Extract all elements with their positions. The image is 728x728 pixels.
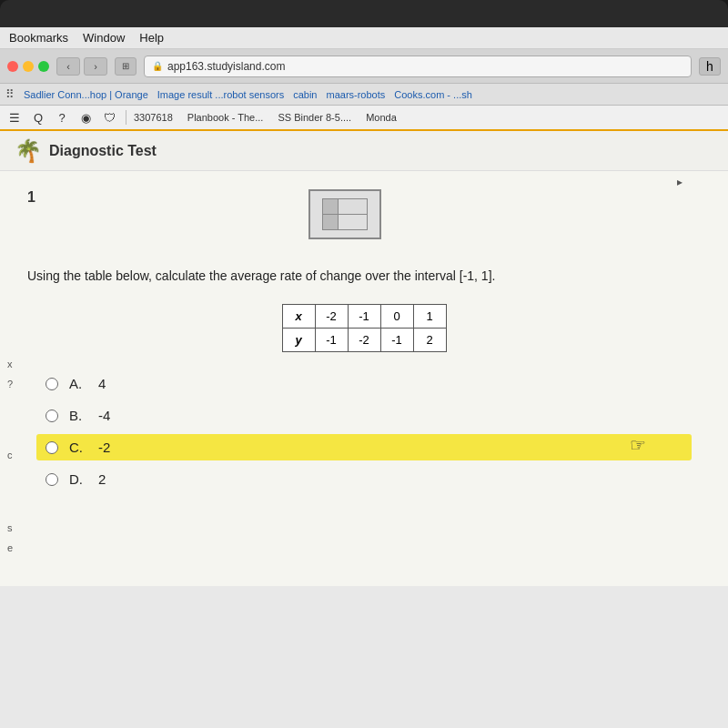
- tab-planbook[interactable]: Planbook - The...: [187, 112, 264, 123]
- cursor-hand-icon: ☞: [630, 434, 646, 456]
- si-logo: 🌴 Diagnostic Test: [15, 138, 157, 164]
- toolbar-icons: ☰ Q ? ◉ 🛡: [5, 108, 118, 126]
- screen: Bookmarks Window Help ‹ › ⊞ 🔒 app163.stu…: [0, 27, 728, 728]
- side-mark-x: x: [7, 359, 13, 369]
- traffic-lights: [7, 61, 49, 72]
- radio-c[interactable]: [46, 441, 58, 454]
- table-data-row: y -1 -2 -1 2: [282, 329, 446, 352]
- shield-icon[interactable]: 🛡: [100, 108, 118, 126]
- laptop-bezel: [0, 0, 728, 27]
- side-mark-c: c: [7, 450, 13, 460]
- search-icon[interactable]: Q: [29, 108, 47, 126]
- side-mark-s: s: [7, 522, 13, 533]
- choice-d[interactable]: D. 2: [36, 466, 692, 492]
- tab-ss-binder[interactable]: SS Binder 8-5....: [278, 112, 351, 123]
- table-cell-x-neg1: -1: [348, 305, 380, 329]
- radio-a[interactable]: [46, 378, 58, 390]
- bookmark-4[interactable]: Cooks.com - ...sh: [394, 89, 472, 100]
- menu-window[interactable]: Window: [83, 31, 125, 45]
- bookmark-3[interactable]: maars-robots: [326, 89, 385, 100]
- fullscreen-button[interactable]: [38, 61, 49, 72]
- si-header: 🌴 Diagnostic Test: [0, 131, 728, 171]
- minimize-button[interactable]: [23, 61, 34, 72]
- bookmarks-bar: ⠿ Sadlier Conn...hop | Orange Image resu…: [0, 84, 728, 106]
- menu-icon[interactable]: ☰: [5, 108, 24, 126]
- choice-c[interactable]: C. -2: [36, 434, 692, 460]
- table-header-y: y: [282, 329, 315, 352]
- close-button[interactable]: [7, 61, 18, 72]
- side-marks-3: s e: [7, 522, 13, 553]
- table-cell-x-0: 0: [380, 305, 413, 329]
- page-content: 🌴 Diagnostic Test 1: [0, 131, 728, 586]
- value-a: 4: [98, 376, 106, 391]
- side-marks: x ?: [7, 359, 13, 389]
- radio-b[interactable]: [46, 410, 58, 422]
- value-d: 2: [98, 471, 106, 487]
- share-button[interactable]: h: [699, 57, 721, 76]
- data-table: x -2 -1 0 1 y -1 -2 -1 2: [282, 304, 447, 352]
- bookmarks-icon: ⠿: [5, 87, 15, 101]
- table-cell-y-neg2: -1: [315, 329, 348, 352]
- value-c: -2: [98, 440, 110, 455]
- question-header: 1: [27, 189, 701, 253]
- radio-d[interactable]: [46, 473, 58, 486]
- data-table-container: x -2 -1 0 1 y -1 -2 -1 2: [27, 304, 701, 352]
- value-b: -4: [98, 408, 110, 423]
- table-cell-x-neg2: -2: [315, 305, 348, 329]
- tab-monday[interactable]: Monda: [366, 112, 397, 123]
- menu-bookmarks[interactable]: Bookmarks: [9, 31, 68, 45]
- si-title: Diagnostic Test: [49, 143, 157, 159]
- tab-3307618[interactable]: 3307618: [134, 112, 173, 123]
- table-cell-y-0: -1: [380, 329, 413, 352]
- address-bar[interactable]: 🔒 app163.studyisland.com: [144, 56, 692, 77]
- nav-bar: ‹ › ⊞ 🔒 app163.studyisland.com h: [0, 49, 728, 84]
- bookmark-2[interactable]: cabin: [293, 89, 317, 100]
- bookmark-0[interactable]: Sadlier Conn...hop | Orange: [24, 89, 148, 100]
- side-mark-e: e: [7, 542, 13, 553]
- table-cell-x-1: 1: [413, 305, 446, 329]
- answer-choices: A. 4 B. -4 C. -2 D. 2: [27, 370, 701, 492]
- table-cell-y-neg1: -2: [348, 329, 380, 352]
- table-header-row: x -2 -1 0 1: [282, 305, 446, 329]
- arrow-indicator: ▸: [677, 176, 682, 188]
- forward-button[interactable]: ›: [84, 57, 107, 76]
- tab-overview-button[interactable]: ⊞: [115, 57, 136, 76]
- nav-buttons: ‹ ›: [56, 57, 107, 76]
- palm-icon: 🌴: [15, 138, 42, 164]
- choice-b[interactable]: B. -4: [36, 402, 692, 429]
- question-area: 1: [0, 171, 728, 511]
- menu-help[interactable]: Help: [139, 31, 164, 45]
- question-number: 1: [27, 189, 35, 206]
- toolbar-tabs: 3307618 Planbook - The... SS Binder 8-5.…: [134, 112, 397, 123]
- toolbar-bar: ☰ Q ? ◉ 🛡 3307618 Planbook - The... SS B…: [0, 106, 728, 131]
- image-placeholder: [308, 189, 381, 239]
- toolbar-divider: [126, 110, 126, 125]
- choice-a[interactable]: A. 4: [36, 370, 692, 397]
- question-text: Using the table below, calculate the ave…: [27, 267, 701, 286]
- table-header-x: x: [282, 305, 315, 329]
- back-button[interactable]: ‹: [56, 57, 80, 76]
- label-a: A.: [69, 376, 87, 391]
- side-mark-q: ?: [7, 379, 13, 389]
- address-text: app163.studyisland.com: [167, 60, 285, 73]
- mini-table: [322, 198, 368, 230]
- help-icon[interactable]: ?: [53, 108, 71, 126]
- lock-icon: 🔒: [152, 61, 163, 71]
- label-d: D.: [69, 471, 87, 487]
- bookmark-1[interactable]: Image result ...robot sensors: [157, 89, 284, 100]
- notify-icon[interactable]: ◉: [76, 108, 95, 126]
- table-cell-y-1: 2: [413, 329, 446, 352]
- label-b: B.: [69, 408, 87, 423]
- label-c: C.: [69, 440, 87, 455]
- question-image: [126, 189, 381, 253]
- side-marks-2: c: [7, 450, 13, 460]
- menu-bar: Bookmarks Window Help: [0, 27, 728, 49]
